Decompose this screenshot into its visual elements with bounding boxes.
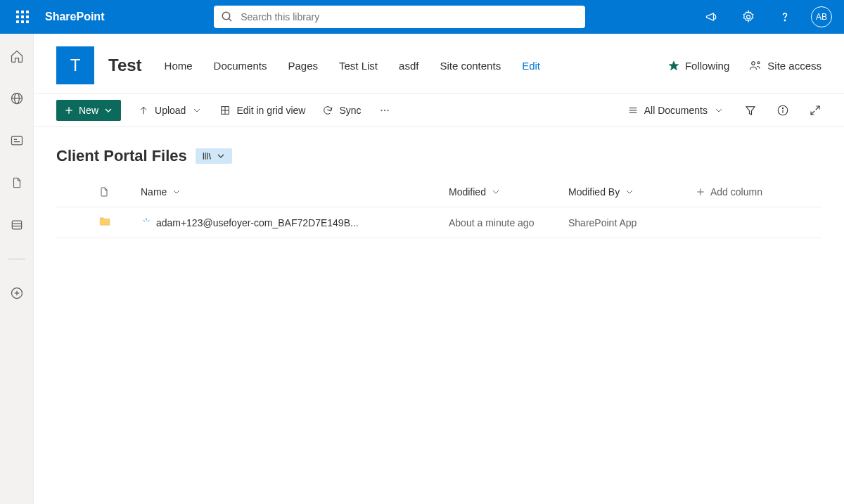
site-access-label: Site access	[767, 60, 821, 72]
rail-home[interactable]	[0, 45, 34, 67]
nav-pages[interactable]: Pages	[288, 60, 318, 72]
site-logo[interactable]: T	[56, 46, 94, 84]
help-icon	[778, 10, 792, 24]
expand-button[interactable]	[809, 104, 821, 117]
command-bar: New Upload Edit in grid view Sync	[34, 93, 844, 127]
view-selector[interactable]: All Documents	[627, 105, 724, 116]
svg-point-0	[222, 12, 230, 20]
svg-point-17	[752, 62, 755, 65]
new-label: New	[79, 105, 98, 116]
library-template-button[interactable]	[196, 148, 232, 164]
nav-edit[interactable]: Edit	[522, 60, 540, 72]
nav-asdf[interactable]: asdf	[399, 60, 418, 72]
ellipsis-icon	[378, 104, 391, 117]
suite-header: SharePoint AB	[0, 0, 844, 34]
rail-create[interactable]	[0, 282, 34, 304]
nav-test-list[interactable]: Test List	[339, 60, 378, 72]
svg-marker-31	[746, 106, 755, 114]
column-type[interactable]	[98, 186, 141, 198]
column-modified-by-label: Modified By	[568, 186, 620, 198]
column-modified-by[interactable]: Modified By	[568, 186, 695, 198]
sync-icon	[322, 105, 333, 116]
svg-point-34	[782, 108, 783, 108]
command-bar-right: All Documents	[627, 104, 821, 117]
main-content: T Test Home Documents Pages Test List as…	[34, 34, 844, 504]
search-icon	[221, 11, 234, 23]
row-name-text: adam+123@usefoyer-com_BAF72D7E149B...	[156, 217, 359, 228]
edit-grid-label: Edit in grid view	[236, 105, 305, 116]
expand-icon	[809, 104, 821, 117]
chevron-down-icon	[191, 105, 203, 116]
avatar: AB	[811, 6, 832, 27]
waffle-icon	[16, 11, 29, 23]
following-label: Following	[685, 60, 729, 72]
grid-icon	[219, 105, 231, 116]
site-title[interactable]: Test	[108, 56, 142, 75]
svg-point-18	[757, 62, 760, 64]
upload-button[interactable]: Upload	[138, 105, 203, 116]
site-access-button[interactable]: Site access	[749, 59, 821, 72]
folder-icon	[98, 215, 111, 228]
megaphone-button[interactable]	[695, 0, 729, 34]
svg-point-25	[381, 109, 382, 110]
info-icon	[776, 104, 789, 117]
column-modified[interactable]: Modified	[449, 186, 568, 198]
following-button[interactable]: Following	[668, 60, 729, 72]
new-indicator-icon	[141, 217, 152, 228]
app-launcher-button[interactable]	[6, 0, 39, 34]
info-button[interactable]	[776, 104, 789, 117]
more-commands-button[interactable]	[378, 104, 391, 117]
new-button[interactable]: New	[56, 100, 121, 121]
library-icon	[201, 150, 212, 162]
rail-divider	[8, 259, 25, 259]
row-modified-by: SharePoint App	[568, 217, 695, 228]
account-button[interactable]: AB	[805, 0, 838, 34]
filter-button[interactable]	[744, 104, 757, 117]
add-column-button[interactable]: Add column	[695, 186, 821, 198]
row-name[interactable]: adam+123@usefoyer-com_BAF72D7E149B...	[141, 217, 449, 228]
site-header: T Test Home Documents Pages Test List as…	[34, 34, 844, 93]
svg-point-27	[387, 109, 388, 110]
chevron-down-icon	[215, 150, 226, 162]
site-actions: Following Site access	[668, 59, 821, 72]
column-modified-label: Modified	[449, 186, 486, 198]
edit-grid-button[interactable]: Edit in grid view	[219, 105, 305, 116]
rail-news[interactable]	[0, 129, 34, 152]
chevron-down-icon	[490, 186, 501, 198]
upload-label: Upload	[155, 105, 186, 116]
rail-global[interactable]	[0, 87, 34, 110]
app-name-link[interactable]: SharePoint	[45, 11, 104, 23]
rail-files[interactable]	[0, 172, 34, 194]
svg-point-3	[784, 20, 785, 20]
suite-actions: AB	[695, 0, 838, 34]
nav-site-contents[interactable]: Site contents	[440, 60, 501, 72]
home-icon	[10, 49, 24, 63]
plus-circle-icon	[10, 286, 24, 300]
settings-button[interactable]	[731, 0, 765, 34]
column-name[interactable]: Name	[141, 186, 449, 198]
chevron-down-icon	[171, 186, 182, 198]
help-button[interactable]	[768, 0, 802, 34]
column-name-label: Name	[141, 186, 167, 198]
table-row[interactable]: adam+123@usefoyer-com_BAF72D7E149B... Ab…	[56, 207, 821, 238]
svg-line-36	[811, 110, 814, 114]
svg-line-35	[816, 106, 819, 110]
add-column-label: Add column	[710, 186, 762, 198]
row-type-icon	[98, 215, 141, 230]
library-title-row: Client Portal Files	[34, 127, 844, 176]
sync-label: Sync	[339, 105, 361, 116]
search-input[interactable]	[241, 11, 578, 22]
nav-documents[interactable]: Documents	[214, 60, 267, 72]
nav-home[interactable]: Home	[165, 60, 193, 72]
sync-button[interactable]: Sync	[322, 105, 361, 116]
filter-icon	[744, 104, 757, 117]
app-rail	[0, 34, 34, 504]
rail-lists[interactable]	[0, 214, 34, 236]
search-box[interactable]	[214, 6, 585, 28]
svg-line-1	[229, 18, 231, 21]
chevron-down-icon	[713, 105, 724, 116]
svg-rect-10	[12, 221, 21, 229]
file-icon	[11, 176, 23, 189]
svg-marker-16	[669, 61, 678, 70]
svg-rect-7	[11, 136, 22, 145]
